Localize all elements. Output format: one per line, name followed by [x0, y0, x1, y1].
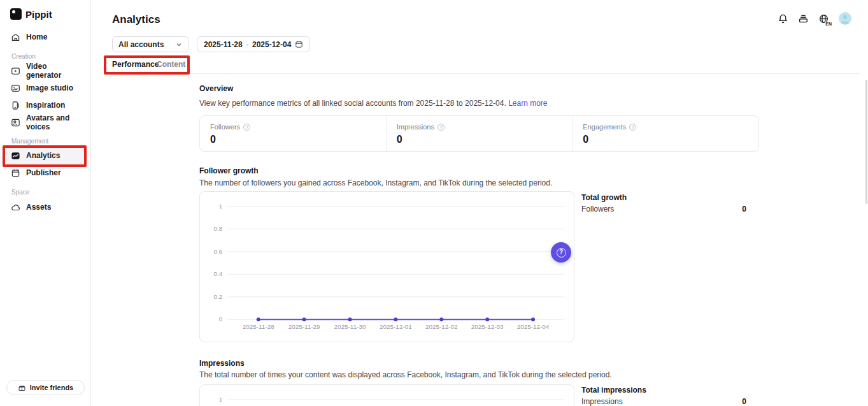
summary-row: Followers 0 — [581, 205, 746, 214]
inspiration-icon — [11, 101, 20, 110]
sidebar-item-label: Avatars and voices — [26, 113, 80, 131]
help-fab-button[interactable]: ? — [551, 242, 571, 263]
date-separator: - — [246, 40, 248, 49]
bell-icon — [778, 13, 788, 24]
question-mark-icon: ? — [557, 248, 566, 257]
invite-friends-button[interactable]: Invite friends — [6, 380, 85, 395]
summary-label: Followers — [581, 205, 614, 214]
help-icon[interactable]: ? — [629, 124, 636, 131]
overview-metrics-card: Followers ? 0 Impressions ? 0 Engagement… — [199, 115, 759, 152]
metric-impressions: Impressions ? 0 — [386, 116, 573, 151]
tabs-divider — [112, 73, 860, 74]
impressions-chart: 00.20.40.60.812025-11-282025-11-292025-1… — [200, 385, 574, 406]
follower-growth-summary: Total growth Followers 0 — [581, 193, 746, 214]
help-icon[interactable]: ? — [438, 124, 445, 131]
sidebar-item-label: Image studio — [26, 83, 73, 92]
sidebar-section-space: Space — [11, 189, 29, 196]
help-icon[interactable]: ? — [243, 124, 250, 131]
sidebar-section-management: Management — [11, 138, 48, 145]
svg-text:0.4: 0.4 — [213, 270, 222, 277]
sidebar-item-label: Video generator — [26, 62, 80, 80]
summary-value: 0 — [742, 397, 746, 406]
summary-label: Impressions — [581, 397, 623, 406]
account-filter-value: All accounts — [118, 40, 164, 49]
sidebar-item-label: Analytics — [26, 151, 60, 160]
follower-growth-heading: Follower growth — [199, 166, 259, 175]
summary-title: Total growth — [581, 193, 746, 202]
page-title: Analytics — [112, 13, 160, 26]
svg-text:2025-12-02: 2025-12-02 — [425, 323, 458, 330]
date-range-picker[interactable]: 2025-11-28 - 2025-12-04 — [197, 36, 310, 52]
svg-text:2025-12-03: 2025-12-03 — [471, 323, 504, 330]
learn-more-link[interactable]: Learn more — [508, 99, 547, 108]
sidebar-item-video-generator[interactable]: Video generator — [5, 62, 86, 79]
account-filter-select[interactable]: All accounts — [112, 36, 189, 52]
sidebar-item-analytics[interactable]: Analytics — [5, 146, 86, 165]
assets-icon — [11, 203, 20, 212]
summary-row: Impressions 0 — [581, 397, 746, 406]
sidebar-item-avatars-and-voices[interactable]: Avatars and voices — [5, 114, 86, 131]
tab-performance[interactable]: Performance — [112, 60, 159, 69]
language-button[interactable]: EN — [818, 13, 829, 24]
avatar-icon — [839, 12, 851, 25]
follower-growth-chart-card: 00.20.40.60.812025-11-282025-11-292025-1… — [199, 191, 574, 342]
user-avatar[interactable] — [839, 12, 851, 25]
pippit-logo[interactable]: Pippit — [10, 8, 52, 20]
svg-text:0.8: 0.8 — [213, 225, 222, 232]
workspace-button[interactable] — [798, 13, 809, 24]
svg-text:2025-12-04: 2025-12-04 — [517, 323, 550, 330]
metric-label: Engagements — [583, 123, 626, 131]
gift-icon — [18, 384, 26, 392]
sidebar-item-inspiration[interactable]: Inspiration — [5, 97, 86, 113]
sidebar-item-label: Publisher — [26, 168, 61, 177]
image-studio-icon — [11, 83, 20, 93]
pippit-logo-icon — [10, 8, 22, 20]
impressions-chart-card: 00.20.40.60.812025-11-282025-11-292025-1… — [199, 384, 574, 406]
metric-label: Followers — [210, 123, 240, 131]
overview-heading: Overview — [199, 84, 233, 93]
overview-description: View key performance metrics of all link… — [199, 99, 548, 108]
metric-label: Impressions — [397, 123, 434, 131]
topbar: EN — [778, 12, 851, 25]
avatars-and-voices-icon — [11, 118, 20, 127]
follower-growth-description: The number of followers you gained acros… — [199, 178, 552, 187]
svg-text:1: 1 — [219, 396, 223, 403]
metric-value: 0 — [583, 134, 748, 145]
overview-description-text: View key performance metrics of all link… — [199, 99, 506, 108]
svg-text:2025-11-29: 2025-11-29 — [288, 323, 320, 330]
metric-engagements: Engagements ? 0 — [572, 116, 758, 151]
svg-text:0.2: 0.2 — [213, 293, 222, 300]
language-badge: EN — [825, 22, 832, 26]
impressions-summary: Total impressions Impressions 0 — [581, 386, 746, 406]
svg-text:1: 1 — [219, 203, 223, 210]
sidebar: Pippit Home Creation Video generator Ima… — [0, 0, 91, 406]
publisher-icon — [11, 168, 20, 178]
sidebar-section-creation: Creation — [11, 53, 36, 60]
svg-text:2025-12-01: 2025-12-01 — [380, 323, 412, 330]
sidebar-item-publisher[interactable]: Publisher — [5, 164, 86, 181]
invite-friends-label: Invite friends — [30, 384, 73, 391]
home-icon — [11, 33, 20, 42]
metric-value: 0 — [210, 134, 376, 145]
summary-title: Total impressions — [581, 386, 746, 395]
calendar-icon — [295, 40, 303, 48]
video-generator-icon — [11, 66, 20, 76]
metric-followers: Followers ? 0 — [200, 116, 386, 151]
svg-text:2025-11-30: 2025-11-30 — [334, 323, 366, 330]
impressions-description: The total number of times your content w… — [199, 370, 612, 379]
chevron-down-icon — [175, 41, 183, 48]
date-end-value: 2025-12-04 — [252, 40, 291, 49]
pippit-logo-text: Pippit — [25, 9, 52, 20]
sidebar-item-image-studio[interactable]: Image studio — [5, 80, 86, 96]
sidebar-item-label: Assets — [26, 203, 51, 212]
summary-value: 0 — [742, 205, 746, 214]
page-scrollbar[interactable] — [865, 80, 867, 204]
stack-icon — [798, 13, 809, 24]
svg-text:2025-11-28: 2025-11-28 — [243, 323, 274, 330]
tab-content[interactable]: Content — [157, 60, 185, 69]
notifications-button[interactable] — [778, 13, 788, 24]
analytics-icon — [11, 151, 20, 161]
sidebar-item-assets[interactable]: Assets — [5, 199, 86, 215]
svg-text:0: 0 — [219, 315, 223, 323]
sidebar-item-home[interactable]: Home — [5, 29, 86, 45]
